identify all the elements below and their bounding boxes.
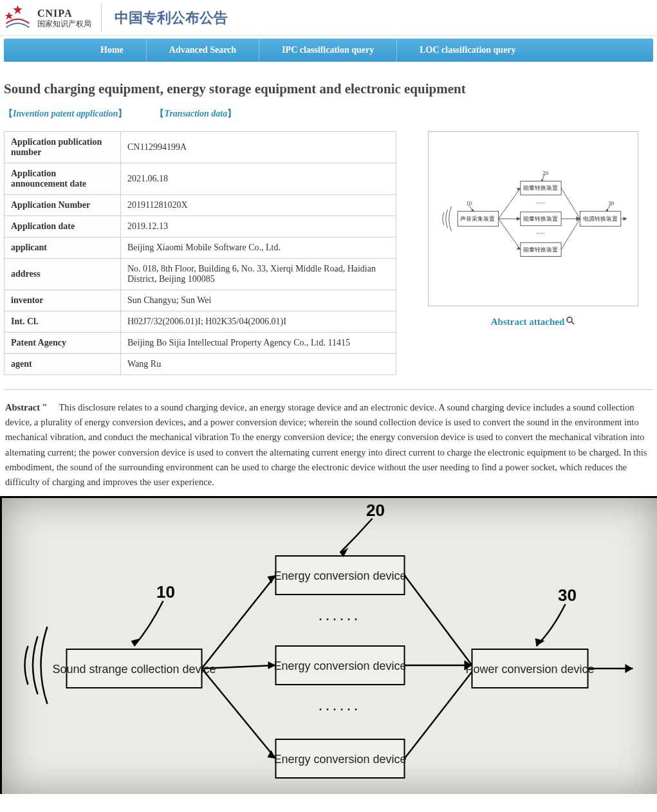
table-row: inventorSun Changyu; Sun Wei — [5, 290, 396, 311]
value-ann-date: 2021.06.18 — [121, 163, 396, 195]
meta-transaction-label: Transaction data — [164, 109, 227, 118]
table-row: Application publication numberCN11299419… — [5, 132, 396, 163]
label-applicant: applicant — [5, 237, 121, 259]
big-box-energy-3: Energy conversion device — [273, 753, 406, 766]
meta-invention-label: Invention patent application — [13, 109, 118, 118]
thumb-box-energy-2: 能量转换装置 — [523, 216, 558, 222]
label-inventor: inventor — [5, 290, 121, 311]
label-address: address — [5, 259, 121, 290]
big-dots-1: ······ — [319, 613, 361, 626]
value-inventor: Sun Changyu; Sun Wei — [121, 290, 396, 311]
svg-line-32 — [202, 575, 276, 669]
logo-block: CNIPA 国家知识产权局 — [3, 3, 102, 32]
thumb-area: 声音采集装置 10 能量转换装置 ······ 能量转换装置 ······ 能量… — [412, 131, 653, 328]
value-app-date: 2019.12.13 — [121, 216, 396, 237]
nav-ipc-query[interactable]: IPC classification query — [259, 39, 397, 62]
table-row: agentWang Ru — [5, 354, 396, 375]
big-box-energy-1: Energy conversion device — [273, 569, 406, 582]
thumb-num-20: 20 — [542, 170, 548, 176]
divider — [4, 389, 653, 390]
patent-title: Sound charging equipment, energy storage… — [4, 81, 653, 97]
svg-marker-0 — [13, 5, 22, 14]
cnipa-logo-icon — [3, 3, 32, 32]
table-row: Application announcement date2021.06.18 — [5, 163, 396, 195]
abstract-body: This disclosure relates to a sound charg… — [5, 402, 647, 487]
logo-en: CNIPA — [37, 7, 91, 19]
svg-line-40 — [405, 672, 472, 759]
label-app-date: Application date — [5, 216, 121, 237]
label-ann-date: Application announcement date — [5, 163, 121, 195]
big-box-energy-2: Energy conversion device — [273, 660, 406, 672]
thumb-box-energy-3: 能量转换装置 — [523, 246, 558, 253]
table-row: Patent AgencyBeijing Bo Sijia Intellectu… — [5, 333, 396, 354]
table-row: Application date2019.12.13 — [5, 216, 396, 237]
big-num-20: 20 — [366, 501, 385, 520]
value-agency: Beijing Bo Sijia Intellectual Property A… — [121, 333, 396, 354]
nav-bar: Home Advanced Search IPC classification … — [4, 39, 653, 62]
abstract-label: Abstract " — [5, 402, 48, 412]
table-row: Application Number201911281020X — [5, 195, 396, 216]
abstract-thumbnail[interactable]: 声音采集装置 10 能量转换装置 ······ 能量转换装置 ······ 能量… — [428, 131, 638, 306]
big-num-10: 10 — [156, 582, 175, 602]
banner-title: 中国专利公布公告 — [102, 8, 228, 28]
label-intcl: Int. Cl. — [5, 311, 121, 333]
thumb-num-30: 30 — [608, 200, 614, 207]
big-dots-2: ······ — [319, 703, 361, 716]
label-app-num: Application Number — [5, 195, 121, 216]
main-area: Application publication numberCN11299419… — [4, 131, 653, 375]
svg-marker-11 — [517, 188, 521, 191]
table-row: applicantBeijing Xiaomi Mobile Software … — [5, 237, 396, 259]
value-intcl: H02J7/32(2006.01)I; H02K35/04(2006.01)I — [121, 311, 396, 333]
value-applicant: Beijing Xiaomi Mobile Software Co., Ltd. — [121, 237, 396, 259]
label-pub-num: Application publication number — [5, 132, 121, 163]
thumb-dots-2: ······ — [536, 230, 544, 236]
label-agent: agent — [5, 354, 121, 375]
svg-line-38 — [405, 575, 472, 665]
meta-transaction-data[interactable]: 【Transaction data】 — [155, 109, 236, 118]
abstract-attached-link[interactable]: Abstract attached — [491, 316, 575, 328]
attached-label: Abstract attached — [491, 317, 565, 328]
abstract-block: Abstract " This disclosure relates to a … — [4, 400, 653, 490]
thumb-box-energy-1: 能量转换装置 — [523, 185, 558, 191]
magnify-icon — [566, 316, 575, 328]
value-address: No. 018, 8th Floor, Building 6, No. 33, … — [121, 259, 396, 290]
svg-line-16 — [561, 188, 580, 219]
thumb-box-power: 电源转换装置 — [582, 216, 617, 222]
value-app-num: 201911281020X — [121, 195, 396, 216]
table-row: Int. Cl.H02J7/32(2006.01)I; H02K35/04(20… — [5, 311, 396, 333]
nav-advanced-search[interactable]: Advanced Search — [147, 39, 259, 62]
svg-marker-43 — [625, 664, 633, 673]
top-banner: CNIPA 国家知识产权局 中国专利公布公告 — [0, 0, 657, 36]
svg-line-18 — [561, 219, 580, 250]
thumb-dots-1: ······ — [536, 199, 544, 206]
big-box-collect: Sound strange collection device — [52, 663, 216, 676]
logo-text: CNIPA 国家知识产权局 — [37, 7, 91, 29]
svg-marker-19 — [576, 216, 580, 221]
meta-invention-patent[interactable]: 【Invention patent application】 — [4, 109, 127, 118]
label-agency: Patent Agency — [5, 333, 121, 354]
svg-marker-1 — [5, 12, 14, 20]
value-agent: Wang Ru — [121, 354, 396, 375]
thumb-box-collect: 声音采集装置 — [460, 216, 495, 222]
meta-links: 【Invention patent application】 【Transact… — [4, 107, 653, 120]
big-box-power: Power conversion device — [465, 663, 594, 676]
svg-marker-21 — [623, 217, 627, 221]
svg-line-14 — [498, 219, 520, 250]
svg-point-22 — [567, 317, 572, 322]
big-num-30: 30 — [558, 586, 577, 605]
svg-line-10 — [498, 188, 520, 219]
table-row: addressNo. 018, 8th Floor, Building 6, N… — [5, 259, 396, 290]
value-pub-num: CN112994199A — [121, 132, 396, 163]
content-area: Sound charging equipment, energy storage… — [0, 62, 657, 490]
svg-line-23 — [571, 322, 574, 324]
nav-loc-query[interactable]: LOC classification query — [397, 39, 538, 62]
big-diagram: Sound strange collection device 10 Energ… — [0, 496, 657, 794]
detail-table: Application publication numberCN11299419… — [4, 131, 396, 375]
logo-cn: 国家知识产权局 — [37, 19, 91, 28]
svg-marker-15 — [517, 246, 521, 250]
svg-marker-13 — [517, 217, 521, 221]
svg-line-36 — [202, 669, 276, 759]
nav-home[interactable]: Home — [78, 39, 147, 62]
